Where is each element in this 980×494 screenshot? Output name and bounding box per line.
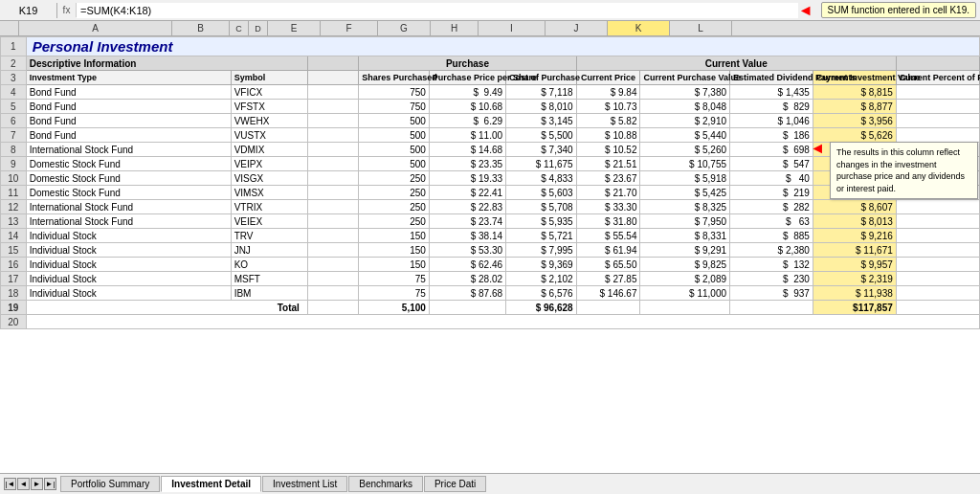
tab-nav-buttons: |◄ ◄ ► ►| <box>4 478 56 490</box>
col-shares-header: Shares Purchased <box>359 71 430 85</box>
table-row: 17 Individual Stock MSFT 75 $ 28.02 $ 2,… <box>1 272 980 286</box>
formula-bar: K19 fx =SUM(K4:K18) ◄ SUM function enter… <box>0 0 980 21</box>
table-row: 5 Bond Fund VFSTX 750 $ 10.68 $ 8,010 $ … <box>1 100 980 114</box>
column-note-text: The results in this column reflect chang… <box>836 147 965 193</box>
tab-next-button[interactable]: ► <box>31 478 43 490</box>
col-header-f[interactable]: F <box>321 21 378 35</box>
row-num-3: 3 <box>1 71 27 85</box>
row-num-1: 1 <box>1 37 27 56</box>
table-row: 7 Bond Fund VUSTX 500 $ 11.00 $ 5,500 $ … <box>1 128 980 143</box>
total-row: 19 Total 5,100 $ 96,628 $117,857 <box>1 301 980 315</box>
total-label: Total <box>26 301 307 315</box>
tab-prev-button[interactable]: ◄ <box>17 478 30 490</box>
row-num-2: 2 <box>1 56 27 71</box>
col-header-h[interactable]: H <box>431 21 479 35</box>
table-row: 15 Individual Stock JNJ 150 $ 53.30 $ 7,… <box>1 243 980 258</box>
tab-investment-list[interactable]: Investment List <box>262 476 347 492</box>
total-investment-value: $117,857 <box>813 301 896 315</box>
table-row: 16 Individual Stock KO 150 $ 62.46 $ 9,3… <box>1 258 980 272</box>
tab-last-button[interactable]: ►| <box>44 478 56 490</box>
column-arrow-icon: ◄ <box>810 140 825 157</box>
formula-input[interactable]: =SUM(K4:K18) <box>77 3 798 18</box>
col-cost-of-purchase-header: Cost of Purchase <box>506 71 577 85</box>
tabs-bar: |◄ ◄ ► ►| Portfolio Summary Investment D… <box>0 473 980 494</box>
col-header-i[interactable]: I <box>479 21 546 35</box>
column-headers: A B C D E F G H I J K L <box>0 21 980 36</box>
col-header-d[interactable]: D <box>249 21 268 35</box>
spreadsheet-area: 1 Personal Investment 2 Descriptive Info… <box>0 36 980 488</box>
row-num-spacer <box>0 21 19 35</box>
row-1: 1 Personal Investment <box>1 37 980 56</box>
col-current-price-header: Current Price <box>576 71 640 85</box>
formula-arrow-icon: ◄ <box>798 2 813 19</box>
current-value-header: Current Value <box>576 56 896 71</box>
table-row: 6 Bond Fund VWEHX 500 $ 6.29 $ 3,145 $ 5… <box>1 114 980 128</box>
total-cost: $ 96,628 <box>506 301 577 315</box>
table-row: 4 Bond Fund VFICX 750 $ 9.49 $ 7,118 $ 9… <box>1 85 980 100</box>
tab-portfolio-summary[interactable]: Portfolio Summary <box>60 476 160 492</box>
desc-info-header: Descriptive Information <box>26 56 307 71</box>
col-dividend-header: Estimated Dividend Payments <box>730 71 813 85</box>
row-2-headers: 2 Descriptive Information Purchase Curre… <box>1 56 980 71</box>
col-price-per-share-header: Purchase Price per Share <box>429 71 505 85</box>
col-header-c[interactable]: C <box>230 21 249 35</box>
col-header-e[interactable]: E <box>268 21 321 35</box>
total-shares: 5,100 <box>359 301 430 315</box>
col-header-j[interactable]: J <box>546 21 608 35</box>
sum-note-tooltip: SUM function entered in cell K19. <box>821 2 976 18</box>
column-note-tooltip: The results in this column reflect chang… <box>830 142 978 199</box>
col-header-l[interactable]: L <box>670 21 732 35</box>
table-row: 13 International Stock Fund VEIEX 250 $ … <box>1 214 980 229</box>
row-20: 20 <box>1 315 980 329</box>
table-row: 12 International Stock Fund VTRIX 250 $ … <box>1 200 980 214</box>
col-percent-portfolio-header: Current Percent of Portfolio <box>896 71 979 85</box>
table-row: 18 Individual Stock IBM 75 $ 87.68 $ 6,5… <box>1 286 980 301</box>
tab-first-button[interactable]: |◄ <box>4 478 16 490</box>
cell-reference[interactable]: K19 <box>0 3 57 18</box>
fx-icon: fx <box>57 3 77 17</box>
spreadsheet-title: Personal Investment <box>33 38 173 55</box>
table-row: 14 Individual Stock TRV 150 $ 38.14 $ 5,… <box>1 229 980 243</box>
tab-investment-detail[interactable]: Investment Detail <box>161 476 261 492</box>
purchase-header: Purchase <box>359 56 576 71</box>
col-symbol-header: Symbol <box>231 71 307 85</box>
col-header-k[interactable]: K <box>608 21 670 35</box>
col-header-g[interactable]: G <box>378 21 431 35</box>
col-current-investment-value-header: Current Investment Value <box>813 71 896 85</box>
col-header-b[interactable]: B <box>172 21 230 35</box>
tab-benchmarks[interactable]: Benchmarks <box>348 476 423 492</box>
col-header-a[interactable]: A <box>19 21 172 35</box>
tab-price-data[interactable]: Price Dati <box>424 476 486 492</box>
row-3-subheaders: 3 Investment Type Symbol Shares Purchase… <box>1 71 980 85</box>
col-current-purchase-value-header: Current Purchase Value <box>640 71 730 85</box>
title-cell: Personal Investment <box>26 37 979 56</box>
col-investment-type-header: Investment Type <box>26 71 231 85</box>
